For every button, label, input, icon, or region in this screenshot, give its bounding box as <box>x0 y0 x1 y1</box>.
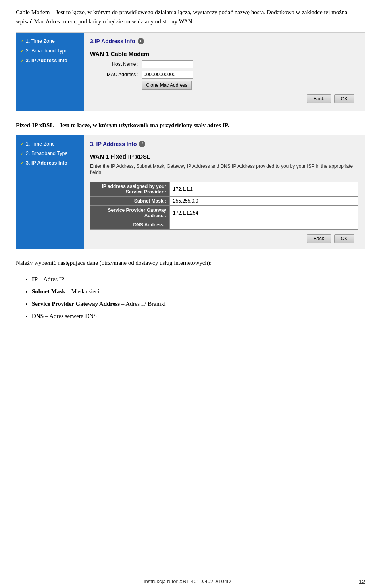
list-item-gateway-bold: Service Provider Gateway Address <box>32 301 120 307</box>
footer-center: Instrukcja ruter XRT-401D/402D/104D <box>16 578 358 584</box>
xdsl-cell-ip <box>170 182 358 197</box>
xdsl-cell-subnet <box>170 197 358 206</box>
list-item-dns-bold: DNS <box>32 313 44 319</box>
mac-input[interactable] <box>142 71 193 79</box>
check-icon-6: ✓ <box>20 160 24 166</box>
xdsl-label-subnet: Subnet Mask : <box>90 197 170 206</box>
list-item-gateway-text: – Adres IP Bramki <box>120 301 165 307</box>
cable-ok-button[interactable]: OK <box>334 94 354 103</box>
mac-label: MAC Address : <box>90 72 142 77</box>
panel-title-text-cable: 3.IP Address Info <box>90 38 135 44</box>
info-icon-cable[interactable]: i <box>138 38 144 44</box>
panel-title-text-fixed: 3. IP Address Info <box>90 141 137 147</box>
bullet-intro: Należy wypełnić następujące dane (otrzym… <box>16 259 365 268</box>
clone-mac-button[interactable]: Clone Mac Address <box>142 81 192 90</box>
xdsl-row-dns: DNS Address : <box>90 220 358 230</box>
fixed-ok-button[interactable]: OK <box>334 234 354 243</box>
sidebar-label-1: 1. Time Zone <box>26 38 55 44</box>
list-item-ip-text: – Adres IP <box>38 276 64 282</box>
fixed-ip-panel: 3. IP Address Info i WAN 1 Fixed-IP xDSL… <box>84 135 365 249</box>
sidebar-item-ip2: ✓ 3. IP Address Info <box>20 160 80 166</box>
cable-btn-row: Back OK <box>90 94 358 103</box>
xdsl-label-gateway: Service Provider Gateway Address : <box>90 206 170 220</box>
bullet-list: IP – Adres IP Subnet Mask – Maska sieci … <box>32 274 365 322</box>
xdsl-label-ip: IP address assigned by your Service Prov… <box>90 182 170 197</box>
fixed-btn-row: Back OK <box>90 234 358 243</box>
sidebar-item-bb2: ✓ 2. Broadband Type <box>20 150 80 157</box>
page-footer: Instrukcja ruter XRT-401D/402D/104D 12 <box>0 575 381 588</box>
check-icon-4: ✓ <box>20 141 24 147</box>
check-icon-5: ✓ <box>20 151 24 156</box>
list-item-subnet-bold: Subnet Mask <box>32 288 65 295</box>
cable-modem-box: ✓ 1. Time Zone ✓ 2. Broadband Type ✓ 3. … <box>16 32 365 111</box>
xdsl-input-ip[interactable] <box>173 186 355 192</box>
fixed-ip-sidebar: ✓ 1. Time Zone ✓ 2. Broadband Type ✓ 3. … <box>16 135 84 249</box>
xdsl-row-subnet: Subnet Mask : <box>90 197 358 206</box>
xdsl-input-subnet[interactable] <box>173 198 355 204</box>
list-item-subnet-text: – Maska sieci <box>65 288 100 295</box>
sidebar-label-3: 3. IP Address Info <box>26 57 67 64</box>
xdsl-cell-dns <box>170 220 358 230</box>
sidebar-item-tz2: ✓ 1. Time Zone <box>20 141 80 147</box>
list-item-ip: IP – Adres IP <box>32 274 365 285</box>
info-icon-fixed[interactable]: i <box>139 141 145 147</box>
sidebar-item-ipinfo: ✓ 3. IP Address Info <box>20 57 80 64</box>
xdsl-form-table: IP address assigned by your Service Prov… <box>90 182 358 230</box>
fixed-back-button[interactable]: Back <box>307 234 331 243</box>
sidebar-item-timezone: ✓ 1. Time Zone <box>20 38 80 44</box>
wan-title-fixed: WAN 1 Fixed-IP xDSL <box>90 153 358 160</box>
check-icon-2: ✓ <box>20 48 24 54</box>
cable-modem-panel: 3.IP Address Info i WAN 1 Cable Modem Ho… <box>84 33 365 111</box>
sidebar-item-broadband: ✓ 2. Broadband Type <box>20 48 80 54</box>
list-item-dns: DNS – Adres serwera DNS <box>32 311 365 322</box>
footer-page-number: 12 <box>358 578 365 585</box>
intro-fixed-ip: Fixed-IP xDSL – Jest to łącze, w którym … <box>16 121 365 130</box>
hostname-label: Host Name : <box>90 61 142 67</box>
panel-title-cable: 3.IP Address Info i <box>90 38 358 46</box>
sidebar-label-5: 2. Broadband Type <box>26 150 67 157</box>
fixed-ip-box: ✓ 1. Time Zone ✓ 2. Broadband Type ✓ 3. … <box>16 135 365 249</box>
panel-title-fixed: 3. IP Address Info i <box>90 141 358 149</box>
wan-title-cable: WAN 1 Cable Modem <box>90 50 358 57</box>
list-item-dns-text: – Adres serwera DNS <box>44 313 97 319</box>
sidebar-label-6: 3. IP Address Info <box>26 160 67 166</box>
sidebar-label-2: 2. Broadband Type <box>26 48 67 54</box>
xdsl-row-ip: IP address assigned by your Service Prov… <box>90 182 358 197</box>
intro-cable-modem: Cable Modem – Jest to łącze, w którym do… <box>16 8 365 26</box>
clone-btn-row: Clone Mac Address <box>90 81 358 90</box>
list-item-subnet: Subnet Mask – Maska sieci <box>32 286 365 297</box>
cable-back-button[interactable]: Back <box>307 94 331 103</box>
xdsl-row-gateway: Service Provider Gateway Address : <box>90 206 358 220</box>
list-item-ip-bold: IP <box>32 276 38 282</box>
xdsl-input-dns[interactable] <box>173 222 355 228</box>
xdsl-input-gateway[interactable] <box>173 210 355 216</box>
check-icon-3: ✓ <box>20 58 24 63</box>
check-icon-1: ✓ <box>20 38 24 44</box>
mac-row: MAC Address : <box>90 71 358 79</box>
hostname-row: Host Name : <box>90 60 358 68</box>
wan-desc-fixed: Enter the IP Address, Subnet Mask, Gatew… <box>90 163 358 176</box>
sidebar-label-4: 1. Time Zone <box>26 141 55 147</box>
hostname-input[interactable] <box>142 60 193 68</box>
list-item-gateway: Service Provider Gateway Address – Adres… <box>32 299 365 309</box>
xdsl-cell-gateway <box>170 206 358 220</box>
xdsl-label-dns: DNS Address : <box>90 220 170 230</box>
cable-modem-sidebar: ✓ 1. Time Zone ✓ 2. Broadband Type ✓ 3. … <box>16 33 84 111</box>
